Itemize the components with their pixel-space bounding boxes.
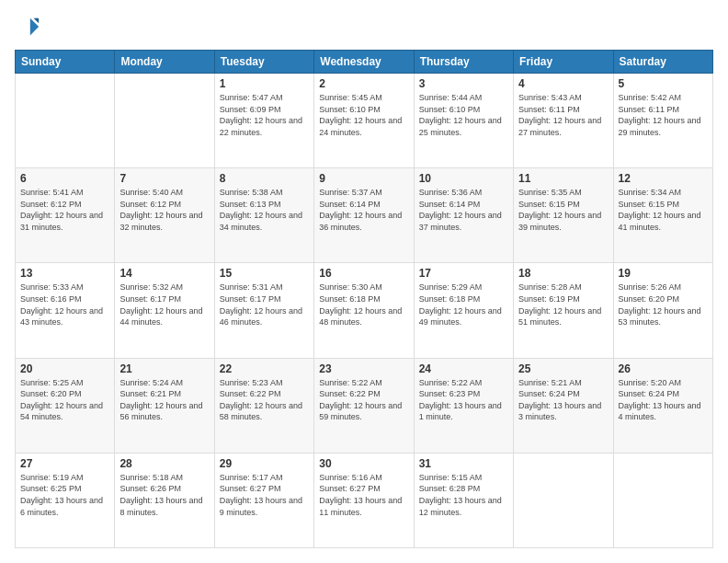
day-info: Sunrise: 5:38 AM Sunset: 6:13 PM Dayligh… <box>220 187 309 233</box>
day-number: 11 <box>518 172 608 185</box>
day-info: Sunrise: 5:29 AM Sunset: 6:18 PM Dayligh… <box>419 282 508 327</box>
header <box>15 15 713 40</box>
calendar-week-row: 20Sunrise: 5:25 AM Sunset: 6:20 PM Dayli… <box>16 358 713 453</box>
day-info: Sunrise: 5:36 AM Sunset: 6:14 PM Dayligh… <box>419 187 508 233</box>
calendar-header-tuesday: Tuesday <box>214 51 313 74</box>
day-number: 29 <box>220 457 309 470</box>
day-number: 7 <box>119 172 209 185</box>
day-number: 21 <box>119 362 209 375</box>
calendar-week-row: 13Sunrise: 5:33 AM Sunset: 6:16 PM Dayli… <box>16 263 713 358</box>
day-info: Sunrise: 5:45 AM Sunset: 6:10 PM Dayligh… <box>319 92 408 138</box>
calendar-header-thursday: Thursday <box>414 51 513 74</box>
day-info: Sunrise: 5:25 AM Sunset: 6:20 PM Dayligh… <box>20 377 109 423</box>
day-info: Sunrise: 5:43 AM Sunset: 6:11 PM Dayligh… <box>518 92 608 138</box>
day-info: Sunrise: 5:47 AM Sunset: 6:09 PM Dayligh… <box>220 92 309 138</box>
calendar-cell <box>514 453 613 547</box>
day-info: Sunrise: 5:41 AM Sunset: 6:12 PM Dayligh… <box>20 187 109 233</box>
calendar-cell: 9Sunrise: 5:37 AM Sunset: 6:14 PM Daylig… <box>314 168 414 263</box>
calendar-cell: 18Sunrise: 5:28 AM Sunset: 6:19 PM Dayli… <box>514 263 613 358</box>
calendar-cell: 16Sunrise: 5:30 AM Sunset: 6:18 PM Dayli… <box>314 263 414 358</box>
day-number: 25 <box>518 362 608 375</box>
day-info: Sunrise: 5:22 AM Sunset: 6:23 PM Dayligh… <box>419 377 508 423</box>
calendar-week-row: 1Sunrise: 5:47 AM Sunset: 6:09 PM Daylig… <box>16 74 713 168</box>
calendar-cell: 11Sunrise: 5:35 AM Sunset: 6:15 PM Dayli… <box>514 168 613 263</box>
calendar-cell: 28Sunrise: 5:18 AM Sunset: 6:26 PM Dayli… <box>115 453 214 547</box>
calendar-cell: 26Sunrise: 5:20 AM Sunset: 6:24 PM Dayli… <box>613 358 712 453</box>
calendar-cell: 7Sunrise: 5:40 AM Sunset: 6:12 PM Daylig… <box>115 168 214 263</box>
day-number: 22 <box>220 362 309 375</box>
day-number: 16 <box>319 267 408 280</box>
day-info: Sunrise: 5:31 AM Sunset: 6:17 PM Dayligh… <box>220 282 309 327</box>
calendar-cell: 17Sunrise: 5:29 AM Sunset: 6:18 PM Dayli… <box>414 263 513 358</box>
calendar: SundayMondayTuesdayWednesdayThursdayFrid… <box>15 50 713 548</box>
calendar-cell: 21Sunrise: 5:24 AM Sunset: 6:21 PM Dayli… <box>115 358 214 453</box>
day-number: 20 <box>20 362 109 375</box>
day-number: 8 <box>220 172 309 185</box>
calendar-cell: 12Sunrise: 5:34 AM Sunset: 6:15 PM Dayli… <box>613 168 712 263</box>
day-number: 14 <box>119 267 209 280</box>
day-info: Sunrise: 5:18 AM Sunset: 6:26 PM Dayligh… <box>119 472 209 518</box>
calendar-cell: 19Sunrise: 5:26 AM Sunset: 6:20 PM Dayli… <box>613 263 712 358</box>
day-info: Sunrise: 5:26 AM Sunset: 6:20 PM Dayligh… <box>619 282 708 327</box>
day-number: 12 <box>619 172 708 185</box>
day-number: 23 <box>319 362 408 375</box>
day-info: Sunrise: 5:23 AM Sunset: 6:22 PM Dayligh… <box>220 377 309 423</box>
calendar-cell: 3Sunrise: 5:44 AM Sunset: 6:10 PM Daylig… <box>414 74 513 168</box>
calendar-header-row: SundayMondayTuesdayWednesdayThursdayFrid… <box>16 51 713 74</box>
day-info: Sunrise: 5:17 AM Sunset: 6:27 PM Dayligh… <box>220 472 309 518</box>
calendar-cell: 23Sunrise: 5:22 AM Sunset: 6:22 PM Dayli… <box>314 358 414 453</box>
day-info: Sunrise: 5:15 AM Sunset: 6:28 PM Dayligh… <box>419 472 508 518</box>
calendar-header-saturday: Saturday <box>613 51 712 74</box>
calendar-cell: 14Sunrise: 5:32 AM Sunset: 6:17 PM Dayli… <box>115 263 214 358</box>
day-number: 30 <box>319 457 408 470</box>
calendar-cell: 10Sunrise: 5:36 AM Sunset: 6:14 PM Dayli… <box>414 168 513 263</box>
day-info: Sunrise: 5:21 AM Sunset: 6:24 PM Dayligh… <box>518 377 608 423</box>
day-number: 19 <box>619 267 708 280</box>
day-info: Sunrise: 5:22 AM Sunset: 6:22 PM Dayligh… <box>319 377 408 423</box>
day-number: 24 <box>419 362 508 375</box>
calendar-week-row: 27Sunrise: 5:19 AM Sunset: 6:25 PM Dayli… <box>16 453 713 547</box>
calendar-cell <box>613 453 712 547</box>
calendar-cell <box>115 74 214 168</box>
day-info: Sunrise: 5:24 AM Sunset: 6:21 PM Dayligh… <box>119 377 209 423</box>
calendar-cell <box>16 74 115 168</box>
logo <box>15 15 44 40</box>
calendar-cell: 1Sunrise: 5:47 AM Sunset: 6:09 PM Daylig… <box>214 74 313 168</box>
calendar-cell: 24Sunrise: 5:22 AM Sunset: 6:23 PM Dayli… <box>414 358 513 453</box>
day-number: 31 <box>419 457 508 470</box>
calendar-cell: 2Sunrise: 5:45 AM Sunset: 6:10 PM Daylig… <box>314 74 414 168</box>
calendar-header-monday: Monday <box>115 51 214 74</box>
day-number: 10 <box>419 172 508 185</box>
day-info: Sunrise: 5:19 AM Sunset: 6:25 PM Dayligh… <box>20 472 109 518</box>
day-number: 4 <box>518 77 608 90</box>
calendar-week-row: 6Sunrise: 5:41 AM Sunset: 6:12 PM Daylig… <box>16 168 713 263</box>
calendar-cell: 13Sunrise: 5:33 AM Sunset: 6:16 PM Dayli… <box>16 263 115 358</box>
day-info: Sunrise: 5:30 AM Sunset: 6:18 PM Dayligh… <box>319 282 408 327</box>
page: SundayMondayTuesdayWednesdayThursdayFrid… <box>0 0 728 563</box>
day-number: 27 <box>20 457 109 470</box>
calendar-cell: 27Sunrise: 5:19 AM Sunset: 6:25 PM Dayli… <box>16 453 115 547</box>
day-number: 26 <box>619 362 708 375</box>
day-info: Sunrise: 5:33 AM Sunset: 6:16 PM Dayligh… <box>20 282 109 327</box>
calendar-cell: 31Sunrise: 5:15 AM Sunset: 6:28 PM Dayli… <box>414 453 513 547</box>
calendar-header-friday: Friday <box>514 51 613 74</box>
calendar-cell: 4Sunrise: 5:43 AM Sunset: 6:11 PM Daylig… <box>514 74 613 168</box>
day-info: Sunrise: 5:32 AM Sunset: 6:17 PM Dayligh… <box>119 282 209 327</box>
logo-icon <box>15 15 40 40</box>
day-info: Sunrise: 5:16 AM Sunset: 6:27 PM Dayligh… <box>319 472 408 518</box>
calendar-cell: 22Sunrise: 5:23 AM Sunset: 6:22 PM Dayli… <box>214 358 313 453</box>
calendar-cell: 25Sunrise: 5:21 AM Sunset: 6:24 PM Dayli… <box>514 358 613 453</box>
calendar-cell: 20Sunrise: 5:25 AM Sunset: 6:20 PM Dayli… <box>16 358 115 453</box>
day-number: 13 <box>20 267 109 280</box>
day-info: Sunrise: 5:44 AM Sunset: 6:10 PM Dayligh… <box>419 92 508 138</box>
day-info: Sunrise: 5:28 AM Sunset: 6:19 PM Dayligh… <box>518 282 608 327</box>
calendar-header-wednesday: Wednesday <box>314 51 414 74</box>
day-number: 1 <box>220 77 309 90</box>
calendar-cell: 6Sunrise: 5:41 AM Sunset: 6:12 PM Daylig… <box>16 168 115 263</box>
day-number: 5 <box>619 77 708 90</box>
day-info: Sunrise: 5:40 AM Sunset: 6:12 PM Dayligh… <box>119 187 209 233</box>
day-number: 17 <box>419 267 508 280</box>
day-number: 3 <box>419 77 508 90</box>
day-info: Sunrise: 5:20 AM Sunset: 6:24 PM Dayligh… <box>619 377 708 423</box>
calendar-header-sunday: Sunday <box>16 51 115 74</box>
